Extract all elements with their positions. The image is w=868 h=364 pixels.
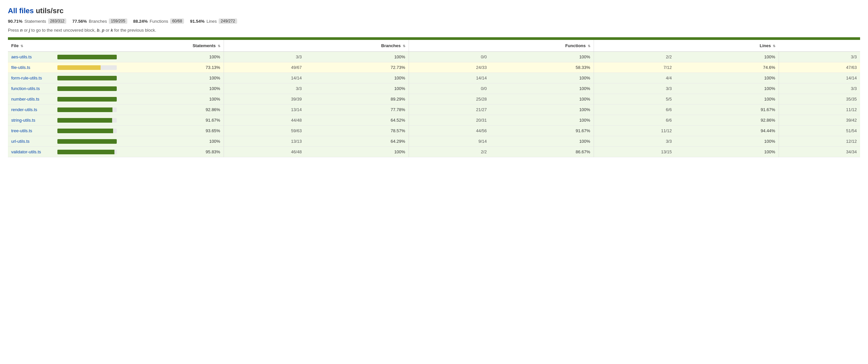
green-divider (8, 37, 860, 40)
stmt-pct: 92.86% (120, 104, 224, 115)
line-pct: 91.67% (675, 104, 779, 115)
stmt-pct: 93.65% (120, 126, 224, 136)
col-lines[interactable]: Lines ⇅ (594, 40, 779, 52)
stmt-count: 49/67 (224, 62, 305, 73)
file-link[interactable]: function-utils.ts (11, 86, 40, 91)
branch-pct: 77.78% (305, 104, 409, 115)
branch-count: 2/2 (409, 147, 490, 157)
path-text: utils/src (36, 7, 63, 15)
col-statements[interactable]: Statements ⇅ (54, 40, 224, 52)
functions-label: Functions (150, 19, 168, 24)
func-count: 7/12 (594, 62, 675, 73)
table-row: aes-utils.ts 100% 3/3 100% 0/0 100% 2/2 … (8, 52, 860, 62)
file-link[interactable]: url-utils.ts (11, 139, 30, 144)
branch-count: 25/28 (409, 94, 490, 104)
line-pct: 100% (675, 136, 779, 147)
stmt-count: 44/48 (224, 115, 305, 126)
coverage-bar (57, 65, 117, 70)
line-pct: 100% (675, 94, 779, 104)
bar-cell (54, 94, 120, 104)
functions-summary: 88.24% Functions 60/68 (133, 19, 184, 24)
branches-label: Branches (89, 19, 107, 24)
line-pct: 100% (675, 73, 779, 84)
bar-cell (54, 73, 120, 84)
branch-pct: 72.73% (305, 62, 409, 73)
stmt-count: 59/63 (224, 126, 305, 136)
stmt-pct: 100% (120, 94, 224, 104)
file-link[interactable]: file-utils.ts (11, 65, 30, 70)
coverage-bar (57, 139, 117, 144)
table-row: render-utils.ts 92.86% 13/14 77.78% 21/2… (8, 104, 860, 115)
table-row: file-utils.ts 73.13% 49/67 72.73% 24/33 … (8, 62, 860, 73)
line-pct: 100% (675, 147, 779, 157)
statements-pct: 90.71% (8, 19, 23, 24)
stmt-count: 46/48 (224, 147, 305, 157)
file-link[interactable]: number-utils.ts (11, 97, 39, 102)
stmt-pct: 95.83% (120, 147, 224, 157)
table-header-row: File ⇅ Statements ⇅ Branches ⇅ Functions… (8, 40, 860, 52)
summary-bar: 90.71% Statements 283/312 77.56% Branche… (8, 19, 860, 24)
bar-fill (57, 55, 117, 59)
func-count: 11/12 (594, 126, 675, 136)
stmt-pct: 91.67% (120, 115, 224, 126)
stmt-pct: 100% (120, 84, 224, 94)
func-pct: 100% (490, 52, 594, 62)
col-branches[interactable]: Branches ⇅ (224, 40, 409, 52)
line-count: 3/3 (779, 52, 860, 62)
func-count: 5/5 (594, 94, 675, 104)
stmt-pct: 100% (120, 52, 224, 62)
sort-file-icon: ⇅ (21, 44, 23, 48)
func-pct: 100% (490, 104, 594, 115)
line-pct: 94.44% (675, 126, 779, 136)
lines-label: Lines (207, 19, 217, 24)
sort-functions-icon: ⇅ (588, 44, 590, 48)
bar-cell (54, 104, 120, 115)
line-count: 14/14 (779, 73, 860, 84)
page-title: All files utils/src (8, 7, 860, 15)
file-link[interactable]: tree-utils.ts (11, 128, 32, 133)
all-files-link[interactable]: All files (8, 7, 34, 15)
lines-summary: 91.54% Lines 249/272 (190, 19, 237, 24)
file-cell: validator-utils.ts (8, 147, 54, 157)
coverage-table: File ⇅ Statements ⇅ Branches ⇅ Functions… (8, 40, 860, 157)
stmt-count: 39/39 (224, 94, 305, 104)
table-row: form-rule-utils.ts 100% 14/14 100% 14/14… (8, 73, 860, 84)
sort-lines-icon: ⇅ (773, 44, 775, 48)
branch-count: 24/33 (409, 62, 490, 73)
lines-pct: 91.54% (190, 19, 205, 24)
stmt-pct: 100% (120, 73, 224, 84)
file-link[interactable]: render-utils.ts (11, 107, 37, 112)
branch-pct: 64.52% (305, 115, 409, 126)
file-cell: url-utils.ts (8, 136, 54, 147)
line-pct: 92.86% (675, 115, 779, 126)
stmt-pct: 100% (120, 136, 224, 147)
file-link[interactable]: aes-utils.ts (11, 55, 32, 59)
table-row: number-utils.ts 100% 39/39 89.29% 25/28 … (8, 94, 860, 104)
sort-statements-icon: ⇅ (218, 44, 220, 48)
branch-count: 0/0 (409, 84, 490, 94)
line-pct: 74.6% (675, 62, 779, 73)
file-link[interactable]: string-utils.ts (11, 118, 35, 123)
coverage-bar (57, 118, 117, 123)
branch-pct: 100% (305, 84, 409, 94)
bar-fill (57, 139, 117, 144)
line-count: 11/12 (779, 104, 860, 115)
branch-pct: 100% (305, 52, 409, 62)
col-functions[interactable]: Functions ⇅ (409, 40, 594, 52)
branch-pct: 64.29% (305, 136, 409, 147)
func-pct: 58.33% (490, 62, 594, 73)
func-pct: 91.67% (490, 126, 594, 136)
file-link[interactable]: form-rule-utils.ts (11, 75, 42, 80)
coverage-bar (57, 87, 117, 91)
col-file[interactable]: File ⇅ (8, 40, 54, 52)
func-pct: 86.67% (490, 147, 594, 157)
functions-pct: 88.24% (133, 19, 148, 24)
bar-cell (54, 147, 120, 157)
line-count: 35/35 (779, 94, 860, 104)
bar-fill (57, 118, 112, 123)
file-cell: function-utils.ts (8, 84, 54, 94)
coverage-bar (57, 76, 117, 80)
func-pct: 100% (490, 115, 594, 126)
file-link[interactable]: validator-utils.ts (11, 150, 41, 154)
func-count: 13/15 (594, 147, 675, 157)
